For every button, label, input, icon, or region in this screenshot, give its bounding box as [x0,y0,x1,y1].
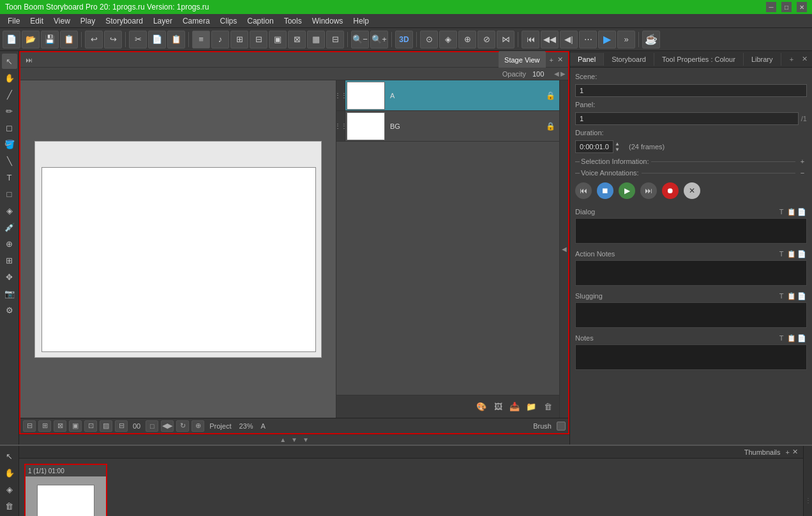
sb-btn-10[interactable]: ↻ [176,420,189,432]
timeline-row-bg[interactable]: ⋮⋮ BG 🔒 [336,111,559,142]
bt-tool3[interactable]: ◈ [2,482,17,497]
track-btn[interactable]: ⊟ [326,31,344,48]
layer-tool[interactable]: ◈ [2,203,17,218]
slugging-paste-btn[interactable]: 📄 [797,291,807,301]
voice-expand-icon[interactable]: ─ [575,170,580,177]
bt-tool1[interactable]: ↖ [2,448,17,464]
sb-btn-9[interactable]: ◀▶ [161,420,174,432]
zoom-in-btn[interactable]: 🔍+ [370,31,388,48]
menu-view[interactable]: View [49,15,75,27]
paint-tool[interactable]: 🪣 [2,136,17,152]
props-expand-btn[interactable]: + [786,54,797,64]
tool4-btn[interactable]: ⊘ [477,31,495,48]
thumb-add-btn[interactable]: + [786,448,790,456]
voice-stop-btn[interactable]: ⏹ [597,182,613,199]
timeline-icon-bg[interactable]: 🔒 [544,120,557,133]
new-button[interactable]: 📄 [3,31,20,48]
action-notes-textarea[interactable] [575,260,807,286]
paste-button[interactable]: 📋 [167,31,185,48]
collapse-down2-btn[interactable]: ▼ [303,436,309,443]
open-button[interactable]: 📂 [22,31,40,48]
tl-delete-btn[interactable]: 🗑 [541,401,554,413]
timeline-icon-a[interactable]: 🔒 [544,89,557,102]
bt-tool4[interactable]: 🗑 [2,498,17,513]
sb-btn-4[interactable]: ▣ [69,420,82,432]
tl-color-btn[interactable]: 🎨 [475,401,488,413]
sb-btn-2[interactable]: ⊞ [38,420,51,432]
action-paste-btn[interactable]: 📄 [797,249,807,259]
redo-button[interactable]: ↪ [104,31,122,48]
menu-tools[interactable]: Tools [279,15,307,27]
select-tool[interactable]: ↖ [2,54,17,69]
menu-play[interactable]: Play [75,15,100,27]
panel-input[interactable] [575,112,799,125]
slugging-copy-btn[interactable]: 📋 [786,291,797,301]
align-btn[interactable]: ⊟ [250,31,267,48]
voice-forward-btn[interactable]: ⏭ [640,182,657,199]
eraser-tool[interactable]: ◻ [2,120,17,135]
sb-btn-8[interactable]: □ [146,420,158,432]
dialog-font-btn[interactable]: T [776,207,786,217]
eyedrop-tool[interactable]: 💉 [2,219,17,235]
opacity-decrease-btn[interactable]: ◀ [554,70,559,77]
cut-button[interactable]: ✂ [129,31,147,48]
copy-button[interactable]: 📄 [148,31,166,48]
frame-btn[interactable]: ⊠ [288,31,306,48]
crop-tool[interactable]: ⊞ [2,253,17,268]
minimize-button[interactable]: ─ [766,2,776,12]
notes-paste-btn[interactable]: 📄 [797,333,807,343]
props-close-btn[interactable]: ✕ [799,54,809,64]
prev-scene-btn[interactable]: ⏮ [522,31,539,48]
fill-tool[interactable]: ⊕ [2,236,17,251]
rect-tool[interactable]: □ [2,186,17,202]
tab-panel[interactable]: Panel [570,53,604,66]
save-button[interactable]: 💾 [41,31,59,48]
sound-btn[interactable]: ♪ [211,31,229,48]
action-copy-btn[interactable]: 📋 [786,249,797,259]
menu-windows[interactable]: Windows [307,15,349,27]
voice-clear-btn[interactable]: ✕ [684,182,700,199]
tool3-btn[interactable]: ⊕ [458,31,476,48]
tab-library[interactable]: Library [744,53,781,66]
close-button[interactable]: ✕ [797,2,807,12]
zoom-out-btn[interactable]: 🔍− [351,31,369,48]
bt-tool2[interactable]: ✋ [2,465,17,480]
menu-layer[interactable]: Layer [148,15,177,27]
duration-input[interactable] [575,140,613,153]
opacity-increase-btn[interactable]: ▶ [560,70,566,77]
sel-plus-btn[interactable]: + [798,157,807,166]
tl-photo-btn[interactable]: 🖼 [492,401,504,413]
scene-input[interactable] [575,84,807,97]
menu-help[interactable]: Help [348,15,374,27]
menu-clips[interactable]: Clips [215,15,243,27]
grid2-btn[interactable]: ▦ [307,31,325,48]
play-btn[interactable]: ⋯ [579,31,597,48]
sb-btn-6[interactable]: ▨ [100,420,112,432]
text-tool[interactable]: T [2,170,17,185]
pencil-tool[interactable]: ✏ [2,103,17,119]
stage-add-btn[interactable]: + [550,56,553,64]
grid-btn[interactable]: ⊞ [230,31,248,48]
right-collapse-btn[interactable]: ◀ [559,80,568,418]
stage-close-btn[interactable]: ✕ [557,55,563,64]
panel-btn[interactable]: ▣ [269,31,287,48]
sel-expand-icon[interactable]: ─ [575,158,580,165]
menu-storyboard[interactable]: Storyboard [100,15,148,27]
menu-file[interactable]: File [3,15,25,27]
brush-tool[interactable]: ╱ [2,87,17,102]
tl-import-btn[interactable]: 📥 [508,401,521,413]
stage-skip-btn[interactable]: ⏭ [26,56,33,64]
prev-frame-btn[interactable]: ◀| [560,31,578,48]
dialog-textarea[interactable] [575,218,807,244]
tl-folder-btn[interactable]: 📁 [525,401,538,413]
hand-tool[interactable]: ✋ [2,70,17,85]
tab-storyboard[interactable]: Storyboard [604,53,654,66]
sb-btn-3[interactable]: ⊠ [54,420,66,432]
menu-camera[interactable]: Camera [177,15,215,27]
collapse-down-btn[interactable]: ▼ [291,436,297,443]
slugging-font-btn[interactable]: T [776,291,786,301]
thumb-close-btn[interactable]: ✕ [792,448,798,456]
sb-btn-1[interactable]: ⊟ [23,420,36,432]
next-frame-btn[interactable]: ▶ [598,31,616,48]
line-tool[interactable]: ╲ [2,153,17,168]
